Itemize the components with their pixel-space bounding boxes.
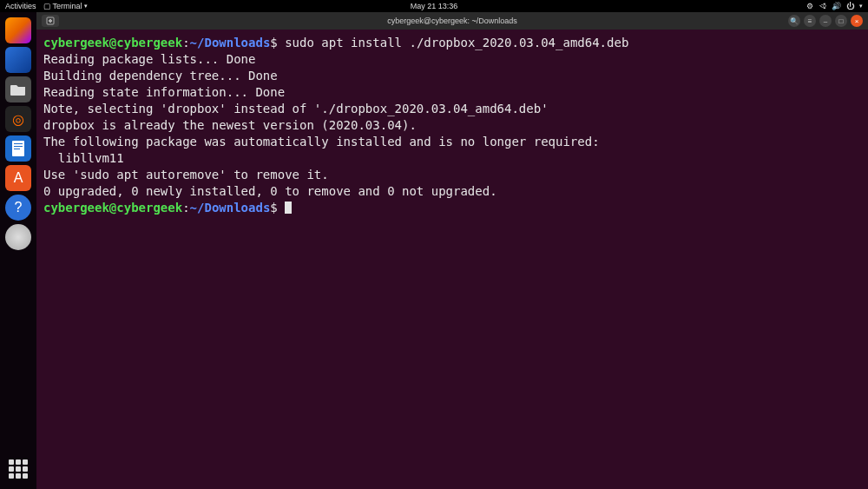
svg-rect-2 — [14, 146, 23, 147]
maximize-button[interactable]: □ — [835, 15, 847, 27]
prompt-path: ~/Downloads — [190, 36, 271, 50]
window-titlebar: cybergeek@cybergeek: ~/Downloads 🔍 ≡ – □… — [36, 12, 868, 30]
rhythmbox-icon[interactable]: ◎ — [5, 106, 31, 132]
dock: ◎ A ? >_ — [0, 12, 36, 489]
chevron-down-icon: ▾ — [84, 3, 88, 10]
output-line: Reading package lists... Done — [43, 52, 255, 66]
show-applications-button[interactable] — [5, 456, 31, 482]
output-line: dropbox is already the newest version (2… — [43, 118, 417, 132]
accessibility-icon[interactable]: ⏿ — [819, 2, 826, 10]
thunderbird-icon[interactable] — [5, 47, 31, 73]
prompt-colon: : — [182, 201, 189, 215]
firefox-icon[interactable] — [5, 17, 31, 43]
close-button[interactable]: × — [851, 15, 863, 27]
gnome-topbar: Activities ▢ Terminal ▾ May 21 13:36 ⚙ ⏿… — [0, 0, 868, 12]
svg-rect-6 — [49, 20, 52, 22]
svg-rect-3 — [14, 149, 20, 149]
files-icon[interactable] — [5, 76, 31, 102]
output-line: libllvm11 — [43, 151, 124, 165]
help-icon[interactable]: ? — [5, 195, 31, 221]
prompt-colon: : — [182, 36, 189, 50]
hamburger-menu-button[interactable]: ≡ — [804, 15, 816, 27]
volume-icon[interactable]: 🔊 — [832, 2, 841, 10]
ubuntu-software-icon[interactable]: A — [5, 165, 31, 191]
command-text: sudo apt install ./dropbox_2020.03.04_am… — [285, 36, 628, 50]
libreoffice-writer-icon[interactable] — [5, 135, 31, 162]
cursor — [285, 202, 292, 214]
prompt-path: ~/Downloads — [190, 201, 271, 215]
app-menu-button[interactable]: ▢ Terminal ▾ — [43, 2, 88, 10]
system-menu-chevron-icon[interactable]: ▾ — [859, 3, 863, 10]
svg-rect-1 — [14, 143, 23, 144]
window-title: cybergeek@cybergeek: ~/Downloads — [387, 17, 516, 25]
terminal-viewport[interactable]: cybergeek@cybergeek:~/Downloads$ sudo ap… — [36, 30, 868, 489]
output-line: Use 'sudo apt autoremove' to remove it. — [43, 168, 329, 182]
output-line: 0 upgraded, 0 newly installed, 0 to remo… — [43, 184, 497, 198]
output-line: Reading state information... Done — [43, 85, 285, 99]
terminal-menu-badge-icon: ▢ — [43, 2, 51, 10]
prompt-userhost: cybergeek@cybergeek — [43, 36, 182, 50]
minimize-button[interactable]: – — [819, 15, 832, 27]
output-line: Note, selecting 'dropbox' instead of './… — [43, 102, 549, 116]
search-button[interactable]: 🔍 — [788, 15, 800, 27]
app-menu-label: Terminal — [53, 2, 82, 10]
new-tab-button[interactable] — [42, 15, 59, 27]
power-icon[interactable]: ⏻ — [846, 2, 854, 10]
prompt-userhost: cybergeek@cybergeek — [43, 201, 182, 215]
prompt-symbol: $ — [270, 36, 277, 50]
output-line: Building dependency tree... Done — [43, 69, 278, 83]
prompt-symbol: $ — [270, 201, 277, 215]
clock[interactable]: May 21 13:36 — [411, 2, 458, 10]
disc-icon[interactable] — [5, 224, 31, 250]
activities-button[interactable]: Activities — [5, 2, 36, 10]
output-line: The following package was automatically … — [43, 135, 600, 149]
network-icon[interactable]: ⚙ — [806, 2, 813, 10]
